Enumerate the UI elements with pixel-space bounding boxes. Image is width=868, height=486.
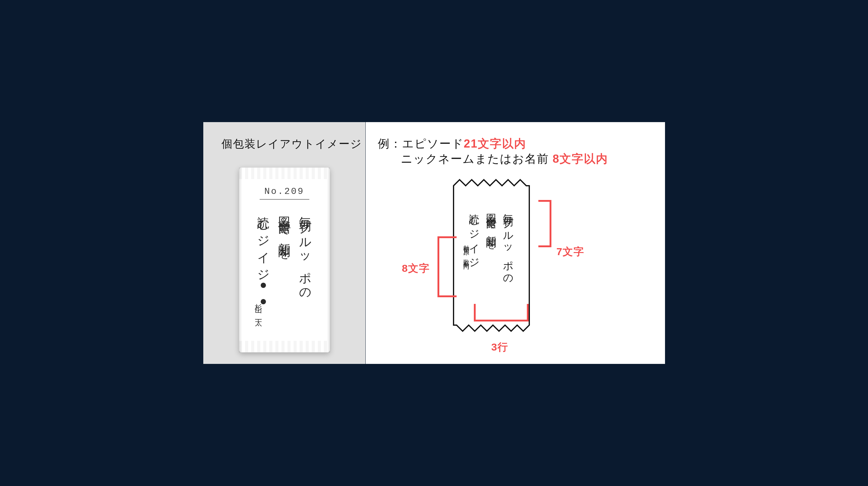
sachet-seal-top (239, 168, 330, 179)
layout-frame: 個包装レイアウトイメージ No.209 毎朝グルッポの 図書館で新聞を 読むジイ… (203, 121, 665, 365)
left-panel-title: 個包装レイアウトイメージ (221, 136, 362, 152)
diagram-episode-col-2: 図書館で新聞を (485, 206, 498, 282)
header-line-1: 例：エピソード21文字以内 (378, 136, 526, 152)
callout-name-chars: 8文字 (402, 262, 430, 275)
episode-col-2: 図書館で新聞を (276, 207, 293, 310)
wrapper-diagram: 毎朝グルッポの 図書館で新聞を 読むジイジ 勅使川原 歌右衛門 (444, 177, 538, 337)
diagram-episode-col-1: 毎朝グルッポの (501, 206, 515, 282)
sachet-number: No.209 (239, 186, 330, 196)
sachet-episode-text: 毎朝グルッポの 図書館で新聞を 読むジイジ●● (239, 207, 330, 310)
sachet-author-name: 杉山 太一 (254, 298, 263, 318)
sachet-divider (260, 199, 309, 200)
episode-col-1: 毎朝グルッポの (297, 207, 314, 310)
sachet-seal-bottom (239, 341, 330, 353)
episode-col-3: 読むジイジ●● (255, 207, 272, 310)
header-line1-limit: 21文字以内 (464, 137, 526, 150)
right-panel: 例：エピソード21文字以内 ニックネームまたはお名前 8文字以内 毎朝グルッポの… (366, 122, 665, 364)
callout-chars-per-line: 7文字 (557, 245, 585, 259)
header-line2-limit: 8文字以内 (553, 152, 608, 165)
header-line-2: ニックネームまたはお名前 8文字以内 (401, 151, 608, 166)
sachet-mockup: No.209 毎朝グルッポの 図書館で新聞を 読むジイジ●● 杉山 太一 (239, 168, 330, 353)
callout-line-count: 3行 (491, 340, 509, 354)
diagram-episode-text: 毎朝グルッポの 図書館で新聞を 読むジイジ (444, 206, 538, 282)
header-line1-prefix: 例：エピソード (378, 137, 464, 150)
left-panel: 個包装レイアウトイメージ No.209 毎朝グルッポの 図書館で新聞を 読むジイ… (203, 122, 366, 364)
diagram-author-name: 勅使川原 歌右衛門 (463, 240, 471, 261)
header-line2-prefix: ニックネームまたはお名前 (401, 152, 549, 165)
